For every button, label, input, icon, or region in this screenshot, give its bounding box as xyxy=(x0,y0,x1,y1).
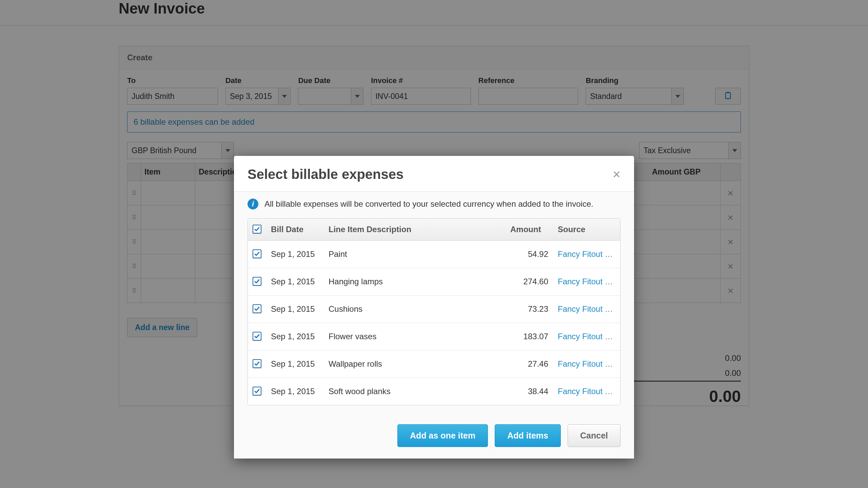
row-checkbox[interactable] xyxy=(253,249,261,258)
row-description: Cushions xyxy=(324,296,506,323)
row-description: Wallpaper rolls xyxy=(324,350,506,378)
expense-row[interactable]: Sep 1, 2015Flower vases183.07Fancy Fitou… xyxy=(248,323,620,350)
select-all-checkbox[interactable] xyxy=(253,225,261,233)
modal-close-button[interactable]: × xyxy=(613,167,620,182)
row-amount: 274.60 xyxy=(506,268,553,296)
expenses-table: Bill Date Line Item Description Amount S… xyxy=(248,218,620,405)
expense-row[interactable]: Sep 1, 2015Wallpaper rolls27.46Fancy Fit… xyxy=(248,350,620,378)
billable-expenses-modal: Select billable expenses × i All billabl… xyxy=(234,156,634,459)
row-amount: 54.92 xyxy=(506,241,553,268)
expense-row[interactable]: Sep 1, 2015Cushions73.23Fancy Fitout S… xyxy=(248,296,620,323)
col-source: Source xyxy=(553,219,620,241)
row-checkbox[interactable] xyxy=(253,387,261,395)
col-bill-date: Bill Date xyxy=(266,219,324,241)
row-source-link[interactable]: Fancy Fitout S… xyxy=(558,359,615,369)
info-icon: i xyxy=(248,199,258,209)
row-checkbox[interactable] xyxy=(253,304,261,313)
row-date: Sep 1, 2015 xyxy=(266,378,324,405)
row-checkbox[interactable] xyxy=(253,332,261,341)
row-amount: 38.44 xyxy=(506,378,553,405)
row-description: Paint xyxy=(324,241,506,268)
row-description: Soft wood planks xyxy=(324,378,506,405)
row-date: Sep 1, 2015 xyxy=(266,268,324,296)
expense-row[interactable]: Sep 1, 2015Paint54.92Fancy Fitout S… xyxy=(248,241,620,268)
add-as-one-item-button[interactable]: Add as one item xyxy=(397,424,488,447)
row-amount: 183.07 xyxy=(506,323,553,350)
row-date: Sep 1, 2015 xyxy=(266,350,324,378)
row-description: Flower vases xyxy=(324,323,506,350)
row-description: Hanging lamps xyxy=(324,268,506,296)
modal-info-text: All billable expenses will be converted … xyxy=(264,199,593,209)
add-items-button[interactable]: Add items xyxy=(495,424,561,447)
row-date: Sep 1, 2015 xyxy=(266,241,324,268)
row-date: Sep 1, 2015 xyxy=(266,296,324,323)
row-date: Sep 1, 2015 xyxy=(266,323,324,350)
cancel-button[interactable]: Cancel xyxy=(568,424,620,447)
modal-title: Select billable expenses xyxy=(248,167,403,182)
col-line-description: Line Item Description xyxy=(324,219,506,241)
expense-row[interactable]: Sep 1, 2015Soft wood planks38.44Fancy Fi… xyxy=(248,378,620,405)
row-checkbox[interactable] xyxy=(253,359,261,368)
row-source-link[interactable]: Fancy Fitout S… xyxy=(558,304,615,314)
modal-overlay: Select billable expenses × i All billabl… xyxy=(0,0,868,488)
row-amount: 73.23 xyxy=(506,296,553,323)
row-checkbox[interactable] xyxy=(253,277,261,286)
row-amount: 27.46 xyxy=(506,350,553,378)
row-source-link[interactable]: Fancy Fitout S… xyxy=(558,249,615,259)
row-source-link[interactable]: Fancy Fitout S… xyxy=(558,277,615,286)
row-source-link[interactable]: Fancy Fitout S… xyxy=(558,332,615,341)
expense-row[interactable]: Sep 1, 2015Hanging lamps274.60Fancy Fito… xyxy=(248,268,620,296)
row-source-link[interactable]: Fancy Fitout S… xyxy=(558,387,615,396)
col-amount: Amount xyxy=(506,219,553,241)
